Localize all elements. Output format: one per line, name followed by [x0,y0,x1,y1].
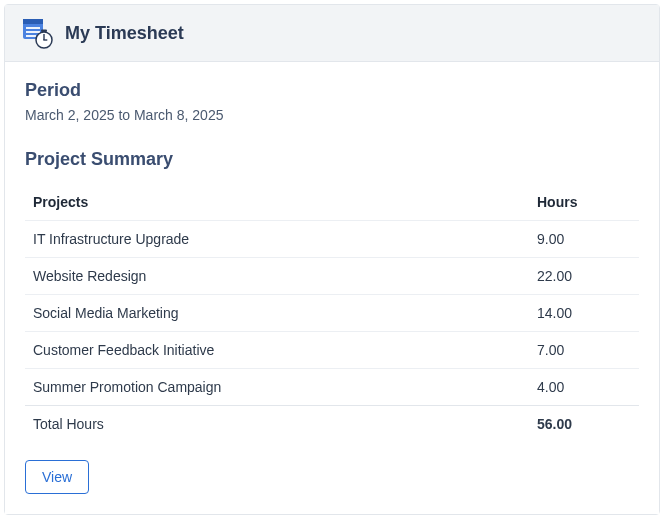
project-summary-table: Projects Hours IT Infrastructure Upgrade… [25,184,639,442]
table-row: Website Redesign 22.00 [25,258,639,295]
project-hours: 14.00 [529,295,639,332]
table-header-row: Projects Hours [25,184,639,221]
table-row: IT Infrastructure Upgrade 9.00 [25,221,639,258]
table-row: Social Media Marketing 14.00 [25,295,639,332]
total-label: Total Hours [25,406,529,443]
table-row: Summer Promotion Campaign 4.00 [25,369,639,406]
project-hours: 4.00 [529,369,639,406]
timesheet-card: My Timesheet Period March 2, 2025 to Mar… [4,4,660,515]
project-hours: 22.00 [529,258,639,295]
svg-rect-4 [26,35,36,37]
svg-rect-7 [43,39,47,40]
table-total-row: Total Hours 56.00 [25,406,639,443]
svg-rect-6 [43,34,44,40]
svg-rect-2 [26,27,40,29]
view-button[interactable]: View [25,460,89,494]
total-hours: 56.00 [529,406,639,443]
svg-rect-8 [41,30,47,33]
card-header: My Timesheet [5,5,659,62]
project-name: Website Redesign [25,258,529,295]
card-title: My Timesheet [65,23,184,44]
project-hours: 9.00 [529,221,639,258]
col-hours: Hours [529,184,639,221]
svg-rect-1 [23,19,43,24]
project-name: Summer Promotion Campaign [25,369,529,406]
period-value: March 2, 2025 to March 8, 2025 [25,107,639,123]
svg-rect-3 [26,31,40,33]
timesheet-icon [21,17,53,49]
table-row: Customer Feedback Initiative 7.00 [25,332,639,369]
card-body: Period March 2, 2025 to March 8, 2025 Pr… [5,62,659,514]
project-name: Customer Feedback Initiative [25,332,529,369]
project-name: IT Infrastructure Upgrade [25,221,529,258]
summary-title: Project Summary [25,149,639,170]
period-label: Period [25,80,639,101]
col-projects: Projects [25,184,529,221]
project-name: Social Media Marketing [25,295,529,332]
project-hours: 7.00 [529,332,639,369]
